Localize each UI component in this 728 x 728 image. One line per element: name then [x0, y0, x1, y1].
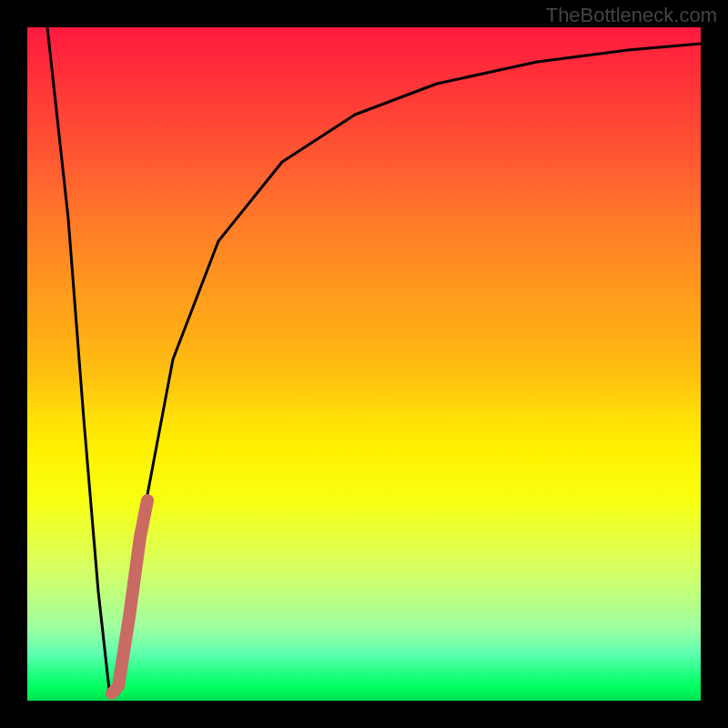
highlight-segment-path	[112, 500, 147, 693]
chart-svg	[27, 27, 701, 701]
plot-area	[27, 27, 701, 701]
main-curve-path	[47, 27, 701, 696]
watermark-text: TheBottleneck.com	[546, 4, 717, 27]
